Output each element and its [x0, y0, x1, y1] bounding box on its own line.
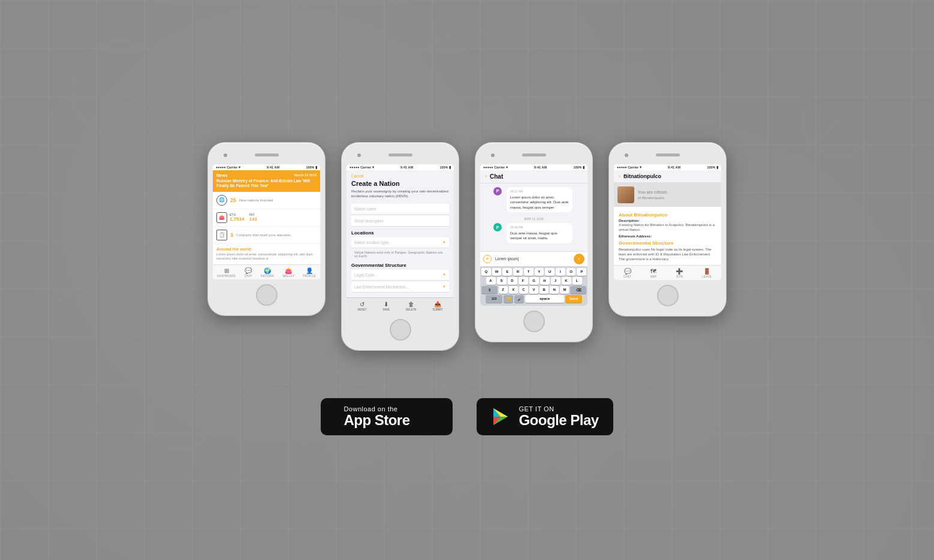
save-action[interactable]: ⬇ SAVE — [382, 301, 390, 311]
key-r[interactable]: R — [513, 268, 523, 276]
key-emoji[interactable]: 😊 — [504, 295, 513, 303]
bottom-nav-1: ⊞ DASHBOARD 💬 CHAT 🌍 NATIONS 👛 WALLET — [213, 264, 320, 279]
main-content: ●●●●● Carrier ▾ 9:41 AM 100% ▮ News Marc… — [184, 125, 750, 435]
key-j[interactable]: J — [551, 277, 561, 285]
nations-count: 25 — [230, 197, 236, 203]
about-heading: About Bitnationpulco — [619, 212, 716, 218]
key-q[interactable]: Q — [481, 268, 491, 276]
submit-action[interactable]: 📤 SUBMIT — [432, 301, 442, 311]
nav-leave[interactable]: 🚪 LEAVE — [702, 268, 712, 278]
nav-nations[interactable]: 🌍 NATIONS — [261, 267, 274, 278]
key-shift[interactable]: ⇧ — [481, 286, 498, 294]
key-123[interactable]: 123 — [486, 295, 502, 303]
phone-home-1[interactable] — [256, 284, 278, 306]
key-c[interactable]: C — [519, 286, 528, 294]
google-play-button[interactable]: GET IT ON Google Play — [477, 398, 613, 435]
cancel-button[interactable]: Cancel — [351, 174, 449, 178]
legal-dropdown[interactable]: Legal Code... ▼ — [351, 270, 449, 281]
citizen-text: You are citizen of Bitnationpulco — [638, 189, 667, 200]
location-dropdown[interactable]: Nation location type... ▼ — [351, 237, 449, 248]
legal-placeholder: Legal Code... — [354, 273, 378, 277]
key-n[interactable]: N — [550, 286, 559, 294]
pat-item: PAT 143 — [249, 213, 257, 222]
phone-camera-2 — [357, 153, 361, 157]
gov-title: Governmental Structure — [351, 263, 449, 268]
nav-chat-4[interactable]: 💬 CHAT — [623, 268, 631, 278]
kb-row-1: Q W E R T Y U I O P — [481, 268, 586, 276]
key-y[interactable]: Y — [535, 268, 544, 276]
around-title: Around the world — [216, 247, 317, 251]
key-f[interactable]: F — [519, 277, 528, 285]
nation-name-field[interactable]: Nation name — [351, 204, 449, 215]
key-send[interactable]: Send — [565, 295, 582, 303]
back-arrow-3[interactable]: ‹ — [485, 173, 487, 179]
key-s[interactable]: S — [497, 277, 507, 285]
nav-wallet[interactable]: 👛 WALLET — [282, 267, 294, 278]
nav-chat-1[interactable]: 💬 CHAT — [245, 267, 252, 278]
key-x[interactable]: X — [509, 286, 518, 294]
contract-label: Contracts that need your attention. — [236, 233, 291, 237]
key-i[interactable]: I — [556, 268, 565, 276]
wallet-amounts: ETH 1,7534 PAT 143 — [230, 213, 257, 222]
chat-title: Chat — [490, 173, 503, 180]
kb-row-4: 123 😊 🎤 space Send — [481, 295, 586, 303]
key-h[interactable]: H — [540, 277, 550, 285]
key-a[interactable]: A — [486, 277, 496, 285]
nav-dashboard[interactable]: ⊞ DASHBOARD — [217, 267, 236, 278]
locations-title: Locations — [351, 230, 449, 236]
phone-create-nation: ●●●●● Carrier ▾ 9:41 AM 100% ▮ Cancel Cr… — [342, 143, 459, 350]
msg-bubble-2: 09:09 PM Duis ante massa, feugiat quis s… — [507, 223, 573, 243]
desc-text: A testing Nation for Bitnation in Acapul… — [619, 222, 716, 233]
app-store-text: Download on the App Store — [344, 405, 409, 428]
add-button[interactable]: + — [483, 255, 492, 263]
key-t[interactable]: T — [524, 268, 534, 276]
google-play-top: GET IT ON — [519, 405, 598, 413]
nav-map[interactable]: 🗺 MAP — [650, 268, 657, 278]
key-k[interactable]: K — [562, 277, 571, 285]
law-dropdown[interactable]: Law Enforcement Mechanism... ▼ — [351, 282, 449, 293]
key-g[interactable]: G — [529, 277, 539, 285]
google-play-icon — [491, 407, 510, 426]
nav-profile[interactable]: 👤 PROFILE — [303, 267, 315, 278]
key-b[interactable]: B — [540, 286, 549, 294]
key-d[interactable]: D — [508, 277, 517, 285]
wallet-row: 👛 ETH 1,7534 PAT 143 — [213, 209, 320, 227]
back-arrow-4[interactable]: ‹ — [619, 173, 620, 179]
key-mic[interactable]: 🎤 — [514, 295, 524, 303]
phone-home-3[interactable] — [523, 311, 545, 332]
nav-join[interactable]: ➕ JOIN — [676, 268, 683, 278]
phone-top-1 — [213, 150, 320, 161]
short-desc-field[interactable]: Short description — [351, 216, 449, 227]
phone-home-2[interactable] — [390, 319, 411, 341]
chat-input[interactable]: Lorem ipsum| — [493, 255, 572, 262]
key-backspace[interactable]: ⌫ — [570, 286, 586, 294]
create-desc: Reclaim your sovereignty by creating you… — [351, 189, 449, 199]
store-buttons: Download on the App Store GET IT ON Goog… — [321, 398, 613, 435]
key-l[interactable]: L — [573, 277, 582, 285]
key-v[interactable]: V — [529, 286, 538, 294]
eth-item: ETH 1,7534 — [230, 213, 244, 222]
key-p[interactable]: P — [577, 268, 586, 276]
save-icon: ⬇ — [384, 301, 388, 308]
key-w[interactable]: W — [492, 268, 502, 276]
app-store-button[interactable]: Download on the App Store — [321, 398, 453, 435]
key-o[interactable]: O — [567, 268, 576, 276]
phone-home-4[interactable] — [657, 285, 679, 306]
wallet-nav-icon: 👛 — [285, 267, 292, 274]
send-button[interactable]: › — [574, 254, 584, 264]
phone-chat: ●●●●● Carrier ▾ 9:41 AM 100% ▮ ‹ Chat P … — [475, 143, 592, 342]
key-z[interactable]: Z — [499, 286, 508, 294]
key-space[interactable]: space — [525, 295, 564, 303]
citizen-avatar — [617, 186, 634, 203]
legal-arrow-icon: ▼ — [442, 273, 446, 276]
time-2: 9:41 AM — [400, 165, 413, 169]
around-text: Lorem ipsum dolor sit amet, consectetuer… — [216, 252, 317, 261]
carrier-4: ●●●●● Carrier ▾ — [617, 165, 641, 169]
phone-top-2 — [347, 150, 454, 161]
reset-action[interactable]: ↺ RESET — [357, 301, 366, 311]
key-u[interactable]: U — [545, 268, 555, 276]
key-e[interactable]: E — [502, 268, 512, 276]
delete-action[interactable]: 🗑 DELETE — [406, 301, 417, 311]
chat-icon-1: 💬 — [245, 267, 252, 274]
key-m[interactable]: M — [560, 286, 569, 294]
